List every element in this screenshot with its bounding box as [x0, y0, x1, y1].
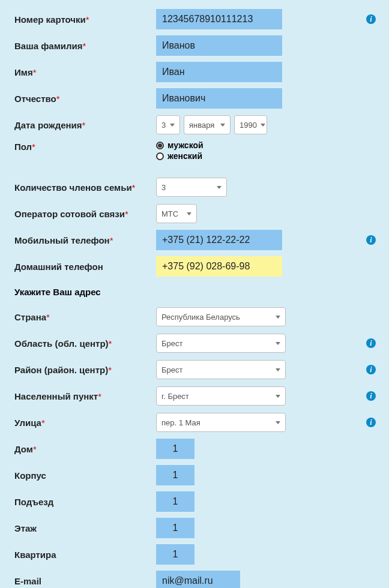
locality-select[interactable]: г. Брест: [156, 386, 286, 406]
row-locality: Населенный пункт* г. Брест i: [0, 383, 389, 409]
info-icon[interactable]: i: [366, 338, 376, 348]
chevron-down-icon: [261, 124, 265, 127]
country-select[interactable]: Республика Беларусь: [156, 307, 286, 326]
row-email: E-mail: [0, 568, 389, 588]
house-input[interactable]: [156, 439, 194, 459]
row-patronymic: Отчество*: [0, 85, 389, 112]
info-icon[interactable]: i: [366, 365, 376, 374]
label-patronymic: Отчество*: [0, 94, 156, 104]
home-phone-input[interactable]: [156, 256, 282, 277]
mobile-input[interactable]: [156, 230, 282, 250]
info-icon[interactable]: i: [366, 14, 376, 24]
row-floor: Этаж: [0, 515, 389, 541]
label-apartment: Квартира: [0, 550, 156, 560]
label-dob: Дата рождения*: [0, 120, 156, 130]
label-mobile: Мобильный телефон*: [0, 235, 156, 245]
registration-form: Номер карточки* i Ваша фамилия* Имя* Отч…: [0, 6, 389, 588]
row-mobile: Мобильный телефон* i: [0, 227, 389, 253]
row-house: Дом*: [0, 436, 389, 462]
label-operator: Оператор сотовой связи*: [0, 209, 156, 219]
label-name: Имя*: [0, 67, 156, 77]
entrance-input[interactable]: [156, 491, 194, 512]
label-floor: Этаж: [0, 523, 156, 533]
street-select[interactable]: пер. 1 Мая: [156, 413, 286, 432]
info-icon[interactable]: i: [366, 235, 376, 245]
info-icon[interactable]: i: [366, 418, 376, 427]
family-members-select[interactable]: 3: [156, 178, 227, 197]
region-select[interactable]: Брест: [156, 334, 286, 353]
chevron-down-icon: [276, 368, 280, 371]
label-region: Область (обл. центр)*: [0, 338, 156, 349]
row-name: Имя*: [0, 59, 389, 85]
chevron-down-icon: [276, 421, 280, 424]
gender-male-radio[interactable]: мужской: [156, 140, 204, 150]
radio-icon: [156, 142, 164, 149]
surname-input[interactable]: [156, 35, 282, 56]
floor-input[interactable]: [156, 518, 194, 538]
row-operator: Оператор сотовой связи* МТС: [0, 200, 389, 227]
label-email: E-mail: [0, 576, 156, 586]
row-card-number: Номер карточки* i: [0, 6, 389, 32]
row-surname: Ваша фамилия*: [0, 32, 389, 59]
label-surname: Ваша фамилия*: [0, 41, 156, 51]
patronymic-input[interactable]: [156, 88, 282, 109]
label-card-number: Номер карточки*: [0, 14, 156, 25]
row-gender: Пол* мужской женский: [0, 138, 389, 169]
label-street: Улица*: [0, 418, 156, 428]
info-icon[interactable]: i: [366, 391, 376, 401]
district-select[interactable]: Брест: [156, 360, 286, 379]
chevron-down-icon: [220, 124, 225, 127]
label-gender: Пол*: [0, 138, 156, 152]
chevron-down-icon: [217, 186, 222, 189]
gender-radio-group: мужской женский: [156, 138, 204, 161]
chevron-down-icon: [276, 316, 280, 319]
row-district: Район (район. центр)* Брест i: [0, 356, 389, 383]
label-district: Район (район. центр)*: [0, 365, 156, 375]
row-entrance: Подъезд: [0, 488, 389, 515]
label-locality: Населенный пункт*: [0, 391, 156, 401]
operator-select[interactable]: МТС: [156, 204, 197, 223]
chevron-down-icon: [276, 342, 280, 345]
label-family-members: Количество членов семьи*: [0, 182, 156, 193]
dob-day-select[interactable]: 3: [156, 115, 180, 134]
row-family-members: Количество членов семьи* 3: [0, 174, 389, 200]
dob-month-select[interactable]: января: [184, 115, 231, 134]
label-house: Дом*: [0, 444, 156, 454]
row-apartment: Квартира: [0, 541, 389, 568]
row-region: Область (обл. центр)* Брест i: [0, 330, 389, 356]
chevron-down-icon: [276, 395, 280, 398]
apartment-input[interactable]: [156, 544, 194, 565]
label-building: Корпус: [0, 470, 156, 481]
label-home-phone: Домашний телефон: [0, 262, 156, 272]
gender-female-radio[interactable]: женский: [156, 151, 204, 161]
label-country: Страна*: [0, 312, 156, 322]
address-heading: Укажите Ваш адрес: [0, 280, 389, 304]
row-street: Улица* пер. 1 Мая i: [0, 409, 389, 436]
dob-year-select[interactable]: 1990: [234, 115, 267, 134]
chevron-down-icon: [187, 212, 191, 215]
row-dob: Дата рождения* 3 января 1990: [0, 112, 389, 138]
name-input[interactable]: [156, 62, 282, 82]
chevron-down-icon: [170, 124, 175, 127]
row-country: Страна* Республика Беларусь: [0, 304, 389, 330]
row-building: Корпус: [0, 462, 389, 488]
radio-icon: [156, 152, 164, 160]
card-number-input[interactable]: [156, 9, 282, 29]
building-input[interactable]: [156, 465, 194, 485]
email-input[interactable]: [156, 571, 240, 588]
label-entrance: Подъезд: [0, 497, 156, 507]
row-home-phone: Домашний телефон: [0, 253, 389, 280]
